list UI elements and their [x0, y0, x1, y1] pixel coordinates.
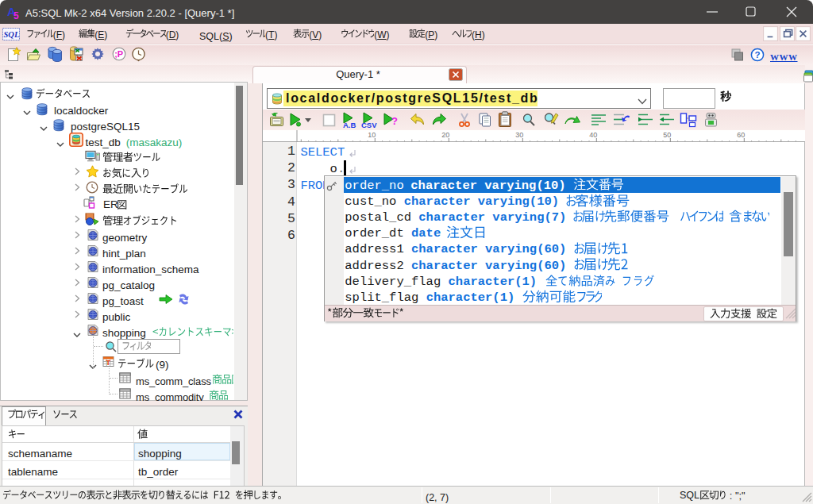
svg-text:A.B: A.B: [343, 121, 356, 129]
svg-text:30: 30: [515, 131, 523, 139]
svg-text:50: 50: [663, 131, 671, 139]
svg-text:40: 40: [589, 131, 597, 139]
svg-text:CSV: CSV: [361, 121, 377, 129]
svg-text:?: ?: [754, 50, 760, 60]
svg-text:60: 60: [737, 131, 745, 139]
svg-text:?: ?: [391, 115, 398, 127]
svg-text:10: 10: [368, 131, 376, 139]
svg-text:T: T: [106, 359, 111, 367]
svg-text:20: 20: [441, 131, 449, 139]
